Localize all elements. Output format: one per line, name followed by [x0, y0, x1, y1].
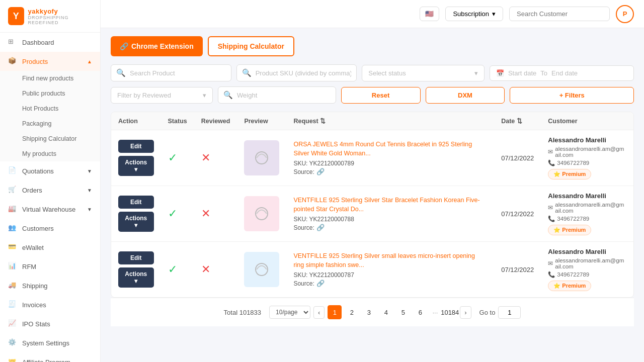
- logo-name: yakkyofy: [28, 8, 92, 15]
- page-4[interactable]: 4: [379, 305, 393, 319]
- sidebar-item-quotations[interactable]: 📄 Quotations ▼: [0, 161, 100, 180]
- sidebar-item-hot-products[interactable]: Hot Products: [0, 101, 100, 116]
- actions-button[interactable]: Actions ▾: [118, 212, 154, 232]
- page-size-select[interactable]: 10/page 20/page 50/page: [269, 306, 310, 319]
- svg-rect-4: [249, 257, 274, 282]
- sidebar-item-rfm[interactable]: 📊 RFM: [0, 257, 100, 276]
- prev-page-button[interactable]: ‹: [313, 306, 325, 319]
- flag-icon: 🇺🇸: [425, 10, 434, 18]
- rfm-icon: 📊: [8, 262, 17, 271]
- date-separator: To: [540, 69, 547, 77]
- customer-phone: 📞 3496722789: [548, 271, 626, 278]
- reset-button[interactable]: Reset: [341, 87, 421, 104]
- sidebar-item-label: Quotations: [22, 167, 54, 175]
- premium-badge: ⭐ Premium: [548, 281, 591, 291]
- goto-input[interactable]: [498, 306, 521, 319]
- sidebar-item-find-new-products[interactable]: Find new products: [0, 71, 100, 86]
- page-3[interactable]: 3: [362, 305, 376, 319]
- page-6[interactable]: 6: [413, 305, 427, 319]
- more-filters-button[interactable]: + Filters: [510, 87, 634, 104]
- sidebar-item-my-products[interactable]: My products: [0, 146, 100, 161]
- sidebar-item-invoices[interactable]: 🧾 Invoices: [0, 295, 100, 314]
- sidebar-item-dashboard[interactable]: ⊞ Dashboard: [0, 33, 100, 52]
- source-link-icon[interactable]: 🔗: [316, 168, 325, 175]
- actions-button[interactable]: Actions ▾: [118, 267, 154, 288]
- email-icon: ✉: [548, 204, 553, 211]
- search-product-input[interactable]: [130, 69, 226, 77]
- reviewed-filter[interactable]: Filter by Reviewed ▾: [111, 87, 213, 104]
- phone-icon: 📞: [548, 159, 555, 166]
- pagination: Total 101833 10/page 20/page 50/page ‹ 1…: [111, 298, 634, 326]
- sidebar-item-ipo-stats[interactable]: 📈 IPO Stats: [0, 314, 100, 333]
- status-cell: ✓: [161, 186, 194, 242]
- date-cell: 07/12/2022: [494, 242, 541, 298]
- source-text: Source: 🔗: [293, 224, 487, 231]
- request-cell: VENTFILLE 925 Sterling Silver small leav…: [286, 242, 494, 298]
- sku-filter: 🔍: [236, 64, 357, 81]
- status-select[interactable]: Select status ▾: [362, 65, 485, 81]
- sidebar-item-orders[interactable]: 🛒 Orders ▼: [0, 180, 100, 200]
- sidebar-item-system-settings[interactable]: ⚙️ System Settings: [0, 333, 100, 352]
- edit-button[interactable]: Edit: [118, 140, 154, 153]
- main-area: 🇺🇸 Subscription ▾ P 🔗 Chrome Extension S…: [101, 0, 644, 362]
- chrome-extension-button[interactable]: 🔗 Chrome Extension: [111, 36, 203, 56]
- product-preview-image: [244, 140, 279, 175]
- avatar-button[interactable]: P: [616, 5, 634, 23]
- chevron-down-icon: ▼: [87, 168, 92, 174]
- customer-name: Alessandro Marelli: [548, 192, 626, 200]
- page-1[interactable]: 1: [328, 305, 342, 319]
- sku-text: SKU: YK22120000789: [293, 160, 487, 167]
- action-cell: Edit Actions ▾: [111, 130, 161, 186]
- sidebar-item-public-products[interactable]: Public products: [0, 86, 100, 101]
- sidebar-item-customers[interactable]: 👥 Customers: [0, 219, 100, 238]
- table-row: Edit Actions ▾ ✓ ✕ ORSA JEWELS 4m: [111, 130, 633, 186]
- search-icon: 🔍: [116, 68, 126, 77]
- product-link[interactable]: VENTFILLE 925 Sterling Silver Star Brace…: [293, 196, 487, 214]
- action-cell: Edit Actions ▾: [111, 242, 161, 298]
- filter-row-2: Filter by Reviewed ▾ 🔍 Reset DXM + Filte…: [111, 86, 634, 104]
- search-customer-input[interactable]: [509, 7, 610, 21]
- language-flag-button[interactable]: 🇺🇸: [420, 7, 439, 21]
- phone-icon: 📞: [548, 271, 555, 278]
- page-5[interactable]: 5: [396, 305, 410, 319]
- calendar-icon: 📅: [496, 69, 504, 77]
- source-link-icon[interactable]: 🔗: [316, 280, 325, 287]
- sidebar-item-label: IPO Stats: [22, 320, 50, 328]
- reviewed-x-icon: ✕: [201, 151, 210, 164]
- sidebar-item-ewallet[interactable]: 💳 eWallet: [0, 238, 100, 257]
- dxm-button[interactable]: DXM: [426, 87, 505, 104]
- product-link[interactable]: ORSA JEWELS 4mm Round Cut Tennis Bracele…: [293, 140, 487, 158]
- page-last[interactable]: 10184: [443, 305, 457, 319]
- sidebar-item-virtual-warehouse[interactable]: 🏭 Virtual Warehouse ▼: [0, 200, 100, 219]
- shipping-calculator-button[interactable]: Shipping Calculator: [208, 36, 294, 56]
- customer-name: Alessandro Marelli: [548, 136, 626, 144]
- sidebar-item-label: System Settings: [22, 339, 69, 347]
- sidebar-item-packaging[interactable]: Packaging: [0, 116, 100, 131]
- sidebar-item-shipping[interactable]: 🚚 Shipping: [0, 276, 100, 295]
- ewallet-icon: 💳: [8, 243, 17, 252]
- search-icon: 🔍: [242, 68, 252, 77]
- next-page-button[interactable]: ›: [460, 306, 471, 319]
- weight-input[interactable]: [237, 92, 331, 99]
- sku-input[interactable]: [256, 69, 352, 77]
- affiliate-icon: 🤝: [8, 357, 17, 362]
- page-2[interactable]: 2: [345, 305, 359, 319]
- subscription-button[interactable]: Subscription ▾: [445, 7, 503, 21]
- svg-rect-2: [249, 201, 274, 226]
- sidebar-item-label: Affiliate Program: [22, 358, 70, 363]
- reviewed-x-icon: ✕: [201, 263, 210, 276]
- product-link[interactable]: VENTFILLE 925 Sterling Silver small leav…: [293, 252, 487, 269]
- sidebar-item-products[interactable]: 📦 Products ▲: [0, 52, 100, 71]
- sidebar-item-label: Orders: [22, 187, 42, 194]
- customer-cell: Alessandro Marelli ✉ alessandromarelli.a…: [541, 186, 633, 242]
- status-check-icon: ✓: [168, 263, 177, 276]
- sidebar-item-affiliate-program[interactable]: 🤝 Affiliate Program: [0, 352, 100, 362]
- actions-button[interactable]: Actions ▾: [118, 156, 154, 176]
- weight-filter: 🔍: [218, 86, 336, 104]
- source-link-icon[interactable]: 🔗: [316, 224, 325, 231]
- table-row: Edit Actions ▾ ✓ ✕ VENTFILLE 925: [111, 186, 633, 242]
- logo-tagline: DROPSHIPPING REDEFINED: [28, 15, 92, 25]
- sidebar-item-shipping-calculator[interactable]: Shipping Calculator: [0, 131, 100, 146]
- edit-button[interactable]: Edit: [118, 196, 154, 209]
- edit-button[interactable]: Edit: [118, 251, 154, 264]
